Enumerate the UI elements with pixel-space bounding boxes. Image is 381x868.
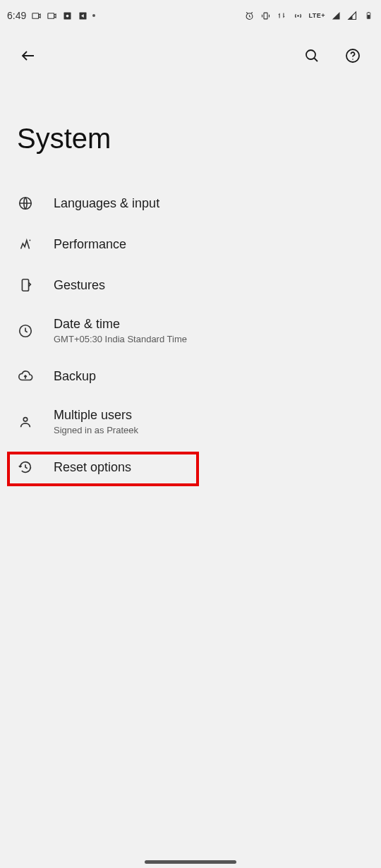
item-title: Date & time xyxy=(54,317,187,332)
data-icon xyxy=(276,10,287,21)
status-bar: 6:49 LTE+ xyxy=(0,0,381,31)
settings-item-backup[interactable]: Backup xyxy=(0,356,381,397)
settings-item-performance[interactable]: Performance xyxy=(0,224,381,265)
nav-pill-icon xyxy=(145,860,236,864)
item-title: Performance xyxy=(54,237,126,252)
page-title: System xyxy=(0,80,381,183)
signal-icon-1 xyxy=(330,10,341,21)
notification-icon-2 xyxy=(46,10,57,21)
settings-item-multiple-users[interactable]: Multiple users Signed in as Prateek xyxy=(0,397,381,447)
settings-list: Languages & input Performance Gestures D… xyxy=(0,183,381,488)
notification-icon-3 xyxy=(61,10,73,21)
help-icon xyxy=(344,47,361,64)
help-button[interactable] xyxy=(339,42,367,70)
signal-icon-2 xyxy=(346,10,358,21)
arrow-back-icon xyxy=(20,47,37,64)
settings-item-reset[interactable]: Reset options xyxy=(0,447,381,488)
svg-rect-1 xyxy=(48,13,54,18)
back-button[interactable] xyxy=(14,42,42,70)
svg-point-13 xyxy=(352,59,353,60)
status-time: 6:49 xyxy=(7,10,26,21)
settings-item-languages[interactable]: Languages & input xyxy=(0,183,381,224)
history-icon xyxy=(17,459,34,476)
gestures-icon xyxy=(17,277,34,294)
lte-label: LTE+ xyxy=(308,12,325,19)
item-title: Multiple users xyxy=(54,408,138,423)
settings-item-gestures[interactable]: Gestures xyxy=(0,265,381,306)
notification-icon-1 xyxy=(30,10,42,21)
vibrate-icon xyxy=(260,10,271,21)
performance-icon xyxy=(17,236,34,253)
item-subtitle: Signed in as Prateek xyxy=(54,425,138,435)
person-icon xyxy=(17,414,34,430)
svg-point-15 xyxy=(30,240,31,241)
search-icon xyxy=(303,47,320,64)
svg-rect-10 xyxy=(367,15,370,18)
notification-icon-4 xyxy=(77,10,88,21)
svg-point-7 xyxy=(297,15,299,17)
more-notifications-dot xyxy=(92,14,95,17)
svg-rect-0 xyxy=(32,13,39,18)
hotspot-icon xyxy=(292,10,303,21)
globe-icon xyxy=(17,195,34,212)
cloud-upload-icon xyxy=(17,368,34,385)
svg-point-3 xyxy=(66,14,68,17)
svg-point-18 xyxy=(23,417,28,421)
alarm-icon xyxy=(243,10,255,21)
gesture-nav-bar[interactable] xyxy=(0,860,381,864)
item-subtitle: GMT+05:30 India Standard Time xyxy=(54,334,187,344)
clock-icon xyxy=(17,323,34,339)
settings-item-datetime[interactable]: Date & time GMT+05:30 India Standard Tim… xyxy=(0,306,381,356)
svg-rect-6 xyxy=(264,13,267,19)
search-button[interactable] xyxy=(298,42,326,70)
battery-icon xyxy=(363,10,374,21)
svg-rect-9 xyxy=(368,12,369,13)
item-title: Reset options xyxy=(54,460,131,475)
item-title: Languages & input xyxy=(54,196,159,211)
app-bar xyxy=(0,31,381,80)
svg-rect-16 xyxy=(22,279,28,291)
item-title: Backup xyxy=(54,369,96,384)
item-title: Gestures xyxy=(54,278,105,293)
